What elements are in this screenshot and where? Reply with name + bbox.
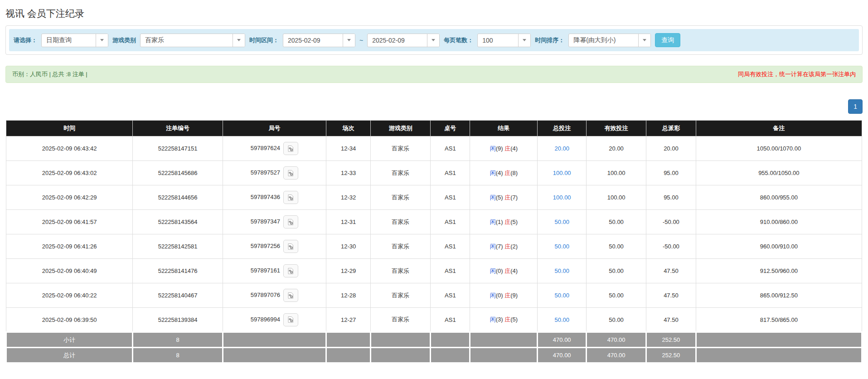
summary-right-note: 同局有效投注，统一计算在该局第一张注单内 bbox=[738, 70, 856, 78]
table-no-cell: AS1 bbox=[431, 308, 470, 332]
date-range-separator: ~ bbox=[359, 37, 363, 44]
note-cell: 960.00/910.00 bbox=[696, 234, 862, 259]
film-icon[interactable] bbox=[283, 142, 298, 155]
film-icon[interactable] bbox=[283, 240, 298, 253]
round-id: 597897527 bbox=[251, 169, 280, 176]
total-bet-cell[interactable]: 50.00 bbox=[538, 259, 587, 283]
page-button-1[interactable]: 1 bbox=[848, 99, 863, 114]
total-bet-cell[interactable]: 50.00 bbox=[538, 234, 587, 259]
table-row: 2025-02-09 06:39:50522258139384597896994… bbox=[6, 308, 862, 332]
game-type-cell: 百家乐 bbox=[371, 185, 431, 210]
time-cell: 2025-02-09 06:40:49 bbox=[6, 259, 133, 283]
footer-empty-cell bbox=[696, 348, 862, 363]
page-size-value: 100 bbox=[478, 34, 518, 47]
time-cell: 2025-02-09 06:41:26 bbox=[6, 234, 133, 259]
round-id-cell: 597897256 bbox=[223, 234, 326, 259]
game-type-cell: 百家乐 bbox=[371, 136, 431, 161]
table-row: 2025-02-09 06:40:22522258140467597897076… bbox=[6, 283, 862, 308]
result-player-score: (4) bbox=[496, 170, 503, 176]
result-cell: 闲(9) 庄(4) bbox=[470, 136, 538, 161]
filter-panel: 请选择： 日期查询 游戏类别 百家乐 时间区间： 2025-02-09 ~ 20… bbox=[5, 25, 863, 55]
film-icon[interactable] bbox=[283, 264, 298, 277]
total-bet-cell[interactable]: 50.00 bbox=[538, 308, 587, 332]
film-icon[interactable] bbox=[283, 166, 298, 180]
chevron-down-icon[interactable] bbox=[427, 34, 439, 47]
payout-cell: 20.00 bbox=[646, 136, 696, 161]
payout-cell: -50.00 bbox=[646, 234, 696, 259]
result-banker-label: 庄 bbox=[504, 145, 510, 152]
total-bet-link[interactable]: 50.00 bbox=[554, 292, 569, 299]
result-player-label: 闲 bbox=[490, 194, 496, 201]
date-to-select[interactable]: 2025-02-09 bbox=[367, 34, 440, 47]
film-icon[interactable] bbox=[283, 313, 298, 326]
total-bet-cell[interactable]: 50.00 bbox=[538, 283, 587, 308]
total-bet-cell[interactable]: 100.00 bbox=[538, 185, 587, 210]
total-bet-link[interactable]: 20.00 bbox=[554, 145, 569, 152]
result-banker-label: 庄 bbox=[504, 292, 510, 299]
total-bet-cell[interactable]: 100.00 bbox=[538, 161, 587, 185]
chevron-down-icon[interactable] bbox=[233, 34, 245, 47]
total-bet-link[interactable]: 50.00 bbox=[554, 219, 569, 225]
note-cell: 1050.00/1070.00 bbox=[696, 136, 862, 161]
column-header: 场次 bbox=[326, 121, 371, 136]
chevron-down-icon[interactable] bbox=[638, 34, 650, 47]
subtotal-row-payout-cell: 252.50 bbox=[646, 332, 696, 348]
session-cell: 12-30 bbox=[326, 234, 371, 259]
payout-cell: 95.00 bbox=[646, 185, 696, 210]
total-bet-link[interactable]: 50.00 bbox=[554, 316, 569, 323]
session-cell: 12-31 bbox=[326, 210, 371, 234]
page-size-select[interactable]: 100 bbox=[477, 34, 531, 47]
footer-empty-cell bbox=[371, 348, 431, 363]
footer-empty-cell bbox=[470, 348, 538, 363]
film-icon[interactable] bbox=[283, 289, 298, 302]
game-type-cell: 百家乐 bbox=[371, 308, 431, 332]
total-bet-link[interactable]: 100.00 bbox=[553, 170, 571, 176]
total-bet-link[interactable]: 50.00 bbox=[554, 267, 569, 274]
payout-cell: 47.50 bbox=[646, 283, 696, 308]
total-bet-link[interactable]: 100.00 bbox=[553, 194, 571, 201]
round-id-cell: 597897436 bbox=[223, 185, 326, 210]
query-type-select[interactable]: 日期查询 bbox=[41, 34, 108, 47]
payout-cell: -50.00 bbox=[646, 210, 696, 234]
column-header: 注单编号 bbox=[133, 121, 223, 136]
game-type-select[interactable]: 百家乐 bbox=[140, 34, 245, 47]
page-size-label: 每页笔数： bbox=[444, 36, 473, 44]
page-title: 视讯 会员下注纪录 bbox=[5, 7, 863, 20]
sort-value: 降幂(由大到小) bbox=[569, 34, 638, 47]
film-icon[interactable] bbox=[283, 191, 298, 204]
table-no-cell: AS1 bbox=[431, 234, 470, 259]
subtotal-row-count-cell: 8 bbox=[133, 332, 223, 348]
session-cell: 12-32 bbox=[326, 185, 371, 210]
total-bet-link[interactable]: 50.00 bbox=[554, 243, 569, 250]
date-from-select[interactable]: 2025-02-09 bbox=[283, 34, 355, 47]
bet-id-cell: 522258144656 bbox=[133, 185, 223, 210]
result-cell: 闲(4) 庄(8) bbox=[470, 161, 538, 185]
total-row-total-bet-cell: 470.00 bbox=[538, 348, 587, 363]
valid-bet-cell: 50.00 bbox=[587, 234, 646, 259]
column-header: 有效投注 bbox=[587, 121, 646, 136]
result-player-score: (9) bbox=[496, 145, 503, 152]
chevron-down-icon[interactable] bbox=[343, 34, 355, 47]
round-id: 597896994 bbox=[251, 316, 280, 322]
table-no-cell: AS1 bbox=[431, 185, 470, 210]
sort-select[interactable]: 降幂(由大到小) bbox=[568, 34, 651, 47]
film-icon[interactable] bbox=[283, 215, 298, 228]
round-id: 597897161 bbox=[251, 267, 280, 274]
result-cell: 闲(1) 庄(5) bbox=[470, 210, 538, 234]
footer-empty-cell bbox=[326, 332, 371, 348]
chevron-down-icon[interactable] bbox=[518, 34, 530, 47]
bet-id-cell: 522258141476 bbox=[133, 259, 223, 283]
round-id: 597897624 bbox=[251, 145, 280, 151]
result-banker-score: (7) bbox=[510, 194, 518, 201]
column-header: 备注 bbox=[696, 121, 862, 136]
round-id-cell: 597897161 bbox=[223, 259, 326, 283]
total-bet-cell[interactable]: 20.00 bbox=[538, 136, 587, 161]
table-row: 2025-02-09 06:43:42522258147151597897624… bbox=[6, 136, 862, 161]
total-bet-cell[interactable]: 50.00 bbox=[538, 210, 587, 234]
date-from-value: 2025-02-09 bbox=[283, 34, 343, 47]
result-player-label: 闲 bbox=[490, 316, 496, 323]
round-id: 597897076 bbox=[251, 292, 280, 298]
search-button[interactable]: 查询 bbox=[655, 33, 680, 47]
table-row: 2025-02-09 06:40:49522258141476597897161… bbox=[6, 259, 862, 283]
chevron-down-icon[interactable] bbox=[96, 34, 108, 47]
